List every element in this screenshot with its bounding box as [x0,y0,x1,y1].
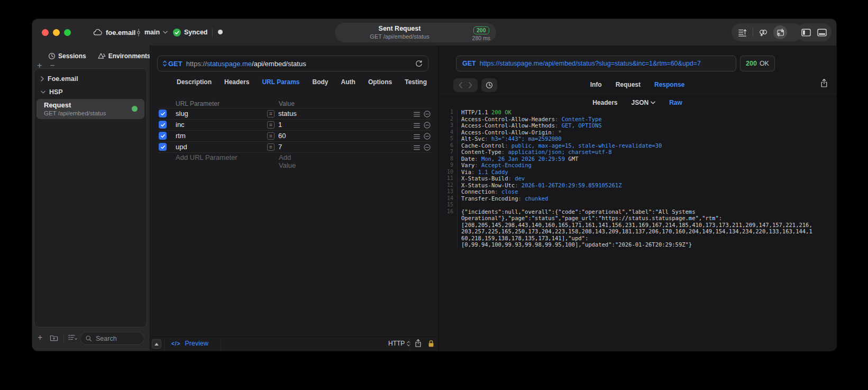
tab-url-params[interactable]: URL Params [262,78,299,86]
layout-bottom-icon[interactable] [815,25,829,39]
line-content: Content-Type: application/json; charset=… [458,149,611,156]
param-value[interactable]: 60 [278,132,286,140]
url-host: statuspage.me [207,60,252,68]
preview-label: Preview [185,340,208,347]
zoom-window-button[interactable] [64,29,71,36]
response-line: 60,218,159,138,178,135,173,141],"upd": [438,235,833,242]
protocol-label: HTTP [388,340,405,347]
layout-left-icon[interactable] [799,25,813,39]
param-enabled-checkbox[interactable] [159,143,167,151]
tab-request[interactable]: Request [616,81,641,88]
response-status-text: OK [760,60,769,67]
preview-button[interactable]: </> Preview [171,340,208,347]
tab-response[interactable]: Response [654,81,684,88]
remove-row-icon[interactable] [424,122,431,129]
response-line: 2Access-Control-Allow-Headers: Content-T… [438,116,833,123]
response-line: [0,99.94,100,99.93,99.98,99.95,100],"upd… [438,241,833,248]
param-name[interactable]: inc [176,121,185,129]
line-number: 2 [438,116,458,123]
response-line: 1HTTP/1.1 200 OK [438,109,833,116]
tab-auth[interactable]: Auth [341,78,355,86]
remove-row-icon[interactable] [424,133,431,140]
format-tab-label: JSON [632,99,649,106]
row-menu-icon[interactable] [414,123,420,128]
sync-status[interactable]: Synced [173,26,207,38]
tree-item-foe-email[interactable]: Foe.email [41,75,78,83]
tab-description[interactable]: Description [177,78,212,86]
protocol-select[interactable]: HTTP [388,340,410,347]
tab-testing[interactable]: Testing [405,78,427,86]
tab-sessions[interactable]: Sessions [48,52,86,60]
params-rows: slug=statusinc=1rtm=60upd=7 [159,108,431,153]
send-receive-icon[interactable] [773,25,787,39]
request-status-pill[interactable]: Sent Request GET /api/embed/status 200 2… [335,23,496,42]
tab-environments[interactable]: Environments [98,52,151,60]
response-line: 16{"incidents":null,"overall":{"code":"o… [438,208,833,215]
editor-footer: </> Preview HTTP [150,337,438,351]
project-button[interactable]: foe.email [93,26,135,38]
sent-request-url[interactable]: GET https://statuspage.me/api/embed/stat… [456,56,736,71]
format-tab-headers[interactable]: Headers [592,99,617,106]
param-name[interactable]: slug [176,110,188,117]
param-enabled-checkbox[interactable] [159,121,167,129]
format-tab-json[interactable]: JSON [632,99,656,106]
response-viewer: GET https://statuspage.me/api/embed/stat… [438,46,836,351]
format-tab-label: Headers [592,99,617,106]
add-param-value[interactable]: Add Value [279,153,296,169]
new-group-icon[interactable] [50,334,58,341]
request-item-title: Request [44,101,71,109]
request-url[interactable]: https://statuspage.me/api/embed/status [186,59,306,68]
param-enabled-checkbox[interactable] [159,132,167,140]
param-name[interactable]: upd [176,143,187,151]
line-number: 8 [438,156,458,162]
tab-body[interactable]: Body [313,78,328,86]
param-name[interactable]: rtm [176,132,186,140]
minimize-window-button[interactable] [53,29,60,36]
sort-list-icon[interactable] [68,334,77,341]
chevron-down-icon [163,31,168,34]
share-icon[interactable] [415,339,422,348]
response-line: 4Access-Control-Allow-Origin: * [438,129,833,136]
response-body[interactable]: 1HTTP/1.1 200 OK2Access-Control-Allow-He… [438,109,833,248]
format-tab-raw[interactable]: Raw [669,99,682,106]
row-menu-icon[interactable] [414,112,420,117]
lock-icon[interactable] [428,339,434,348]
add-request-button[interactable]: + [38,333,42,342]
response-line: 10Via: 1.1 Caddy [438,169,833,176]
line-content: {"incidents":null,"overall":{"code":"ope… [458,208,696,215]
branch-name: main [144,29,160,36]
row-menu-icon[interactable] [414,134,420,139]
method-select[interactable]: GET [163,60,182,68]
line-content: Via: 1.1 Caddy [458,169,508,176]
tree-item-hsp[interactable]: HSP [41,88,63,96]
request-url-bar[interactable]: GET https://statuspage.me/api/embed/stat… [157,56,428,71]
collapse-icon[interactable] [152,339,161,349]
response-line: [208,205,145,298,443,140,160,165,171,161… [438,222,833,229]
param-value[interactable]: 7 [278,143,282,151]
param-value[interactable]: status [278,110,297,117]
tab-info[interactable]: Info [590,81,602,88]
branch-button[interactable]: main [136,26,168,38]
sidebar-search [80,332,144,345]
request-list-item-selected[interactable]: Request GET /api/embed/status [36,99,144,119]
tab-options[interactable]: Options [368,78,392,86]
equals-icon: = [267,110,275,117]
line-content: Vary: Accept-Encoding [458,162,532,169]
add-param-name[interactable]: Add URL Parameter [176,153,237,161]
param-row-upd: upd=7 [159,142,431,153]
row-menu-icon[interactable] [414,145,420,150]
remove-row-icon[interactable] [424,144,431,151]
line-content: Operational"},"page":"status","page_url"… [458,215,722,222]
footer-separator [221,337,221,351]
tab-headers[interactable]: Headers [224,78,249,86]
share-icon[interactable] [820,78,828,88]
param-value[interactable]: 1 [278,121,282,129]
reorder-list-icon[interactable] [736,25,750,39]
param-enabled-checkbox[interactable] [159,110,167,117]
chain-sync-icon[interactable] [756,25,770,39]
history-icon [48,52,56,60]
remove-row-icon[interactable] [424,111,431,117]
refresh-icon[interactable] [415,60,423,67]
close-window-button[interactable] [42,29,49,36]
search-input[interactable] [95,334,139,343]
